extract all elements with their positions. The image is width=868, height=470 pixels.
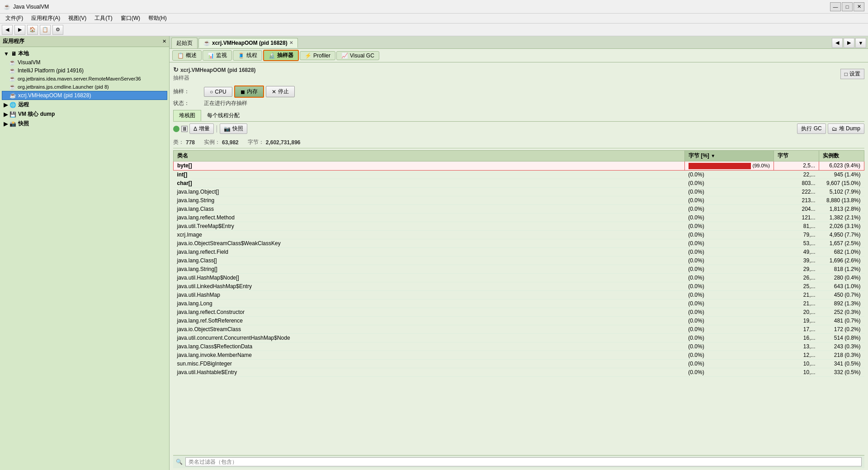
table-row[interactable]: java.lang.ref.SoftReference(0.0%)19,...4… <box>174 316 864 325</box>
data-table[interactable]: 类名 字节 [%] ▼ 字节 实例数 <box>173 150 864 455</box>
menu-view[interactable]: 视图(V) <box>65 14 90 23</box>
table-row[interactable]: java.util.LinkedHashMap$Entry(0.0%)25,..… <box>174 282 864 290</box>
tree-computer-icon: 🖥 <box>11 51 16 57</box>
table-row[interactable]: java.lang.reflect.Method(0.0%)121...1,38… <box>174 213 864 222</box>
table-row[interactable]: java.io.ObjectStreamClass$WeakClassKey(0… <box>174 239 864 247</box>
menu-help[interactable]: 帮助(H) <box>145 14 170 23</box>
sub-tab-heapgraph[interactable]: 堆栈图 <box>173 110 201 121</box>
tree-item-vmheapoom[interactable]: ☕ xcrj.VMHeapOOM (pid 16828) <box>2 91 167 100</box>
tree-section-local[interactable]: ▼ 🖥 本地 <box>2 49 167 58</box>
table-row[interactable]: sun.misc.FDBigInteger(0.0%)10,...341 (0.… <box>174 359 864 368</box>
tree-item-maven[interactable]: ☕ org.jetbrains.idea.maven.server.Remote… <box>2 75 167 83</box>
table-row[interactable]: java.util.concurrent.ConcurrentHashMap$N… <box>174 333 864 342</box>
stop-btn-label: 停止 <box>278 88 289 95</box>
table-row[interactable]: java.lang.Class$ReflectionData(0.0%)13,.… <box>174 342 864 351</box>
tree-section-remote-label: 远程 <box>18 101 29 109</box>
settings-checkbox-icon: □ <box>844 71 848 77</box>
maximize-button[interactable]: □ <box>842 2 853 11</box>
cell-classname: java.util.TreeMap$Entry <box>174 222 685 230</box>
filter-input[interactable] <box>185 457 862 466</box>
table-row[interactable]: java.lang.Class(0.0%)204...1,813 (2.8%) <box>174 204 864 213</box>
nav-tab-profiler[interactable]: ⚡ Profiler <box>300 51 335 60</box>
toolbar-btn-4[interactable]: 📋 <box>40 25 51 35</box>
tree-section-vmdump-label: VM 核心 dump <box>18 110 55 118</box>
tree-item-visualvm[interactable]: ☕ VisualVM <box>2 58 167 66</box>
nav-tab-visualgc[interactable]: 📈 Visual GC <box>336 51 379 60</box>
menu-window[interactable]: 窗口(W) <box>117 14 144 23</box>
tree-item-label: org.jetbrains.jps.cmdline.Launcher (pid … <box>18 84 109 90</box>
col-header-bytes-pct[interactable]: 字节 [%] ▼ <box>684 151 774 161</box>
cell-instances: 481 (0.7%) <box>819 316 864 325</box>
table-row[interactable]: byte[] (99.0%)2,5...6,023 (9.4%) <box>174 161 864 171</box>
snapshot-button[interactable]: 📷 快照 <box>220 123 247 134</box>
tree-section-remote[interactable]: ▶ 🌐 远程 <box>2 100 167 109</box>
col-header-classname[interactable]: 类名 <box>174 151 685 161</box>
tree-section-snapshot[interactable]: ▶ 📸 快照 <box>2 119 167 128</box>
cell-bytes-pct: (0.0%) <box>684 333 774 342</box>
toolbar-btn-2[interactable]: ▶ <box>14 25 25 35</box>
col-header-bytes[interactable]: 字节 <box>774 151 819 161</box>
tree-section-vmdump[interactable]: ▶ 💾 VM 核心 dump <box>2 109 167 119</box>
memory-button[interactable]: ◼ 内存 <box>234 85 264 98</box>
gc-button[interactable]: 执行 GC <box>797 123 826 134</box>
nav-tab-monitor[interactable]: 📊 监视 <box>203 50 232 61</box>
toolbar-btn-5[interactable]: ⚙ <box>52 25 63 35</box>
heapdump-button[interactable]: 🗂 堆 Dump <box>828 123 864 134</box>
tree-snapshot-icon: 📸 <box>9 121 16 127</box>
menu-file[interactable]: 文件(F) <box>2 14 27 23</box>
delta-button[interactable]: Δ 增量 <box>189 123 214 134</box>
tree-item-launcher[interactable]: ☕ org.jetbrains.jps.cmdline.Launcher (pi… <box>2 83 167 91</box>
table-row[interactable]: int[](0.0%)22,...945 (1.4%) <box>174 170 864 179</box>
table-row[interactable]: java.util.HashMap$Node[](0.0%)26,...280 … <box>174 273 864 282</box>
cpu-button[interactable]: ○ CPU <box>204 87 232 97</box>
tab-bar: 起始页 ☕ xcrj.VMHeapOOM (pid 16828) ✕ ◀ ▶ ▼ <box>170 36 868 49</box>
bytes-value: 2,602,731,896 <box>266 139 301 146</box>
menu-app[interactable]: 应用程序(A) <box>28 14 64 23</box>
table-row[interactable]: java.lang.Class[](0.0%)39,...1,696 (2.6%… <box>174 256 864 265</box>
mem-btn-icon: ◼ <box>241 89 245 95</box>
minimize-button[interactable]: — <box>830 2 841 11</box>
nav-tab-sampler[interactable]: 🔬 抽样器 <box>263 50 299 61</box>
settings-button[interactable]: □ 设置 <box>840 69 864 79</box>
table-row[interactable]: java.lang.String[](0.0%)29,...818 (1.2%) <box>174 265 864 273</box>
toolbar-btn-3[interactable]: 🏠 <box>27 25 38 35</box>
table-row[interactable]: java.util.HashMap(0.0%)21,...450 (0.7%) <box>174 290 864 299</box>
close-button[interactable]: ✕ <box>854 2 864 11</box>
tab-nav-menu[interactable]: ▼ <box>855 38 866 48</box>
table-row[interactable]: java.lang.reflect.Field(0.0%)49,...682 (… <box>174 247 864 256</box>
tab-nav-prev[interactable]: ◀ <box>832 38 843 48</box>
menu-bar: 文件(F) 应用程序(A) 视图(V) 工具(T) 窗口(W) 帮助(H) <box>0 14 868 24</box>
toolbar-btn-1[interactable]: ◀ <box>2 25 13 35</box>
tree-item-intellij[interactable]: ☕ IntelliJ Platform (pid 14916) <box>2 66 167 75</box>
cell-instances: 280 (0.4%) <box>819 273 864 282</box>
tab-startpage[interactable]: 起始页 <box>171 38 198 48</box>
table-row[interactable]: java.lang.Long(0.0%)21,...892 (1.3%) <box>174 299 864 308</box>
delta-icon: Δ <box>193 126 197 132</box>
col-header-instances[interactable]: 实例数 <box>819 151 864 161</box>
left-panel-close-button[interactable]: ✕ <box>162 38 166 44</box>
table-row[interactable]: char[](0.0%)803...9,607 (15.0%) <box>174 179 864 187</box>
nav-tab-threads[interactable]: 🧵 线程 <box>233 50 262 61</box>
table-row[interactable]: java.util.Hashtable$Entry(0.0%)10,...332… <box>174 368 864 376</box>
table-row[interactable]: java.lang.String(0.0%)213...8,880 (13.8%… <box>174 196 864 204</box>
cell-classname: java.util.HashMap <box>174 290 685 299</box>
nav-tab-monitor-icon: 📊 <box>208 52 214 59</box>
status-row: 状态： 正在进行内存抽样 <box>173 100 864 107</box>
cell-instances: 450 (0.7%) <box>819 290 864 299</box>
table-row[interactable]: java.io.ObjectStreamClass(0.0%)17,...172… <box>174 325 864 333</box>
cell-instances: 341 (0.5%) <box>819 359 864 368</box>
table-row[interactable]: java.lang.Object[](0.0%)222...5,102 (7.9… <box>174 187 864 196</box>
table-row[interactable]: java.lang.invoke.MemberName(0.0%)12,...2… <box>174 351 864 359</box>
cell-bytes-pct: (0.0%) <box>684 299 774 308</box>
cell-instances: 4,950 (7.7%) <box>819 230 864 239</box>
table-row[interactable]: xcrj.Image(0.0%)79,...4,950 (7.7%) <box>174 230 864 239</box>
sub-tab-perthread[interactable]: 每个线程分配 <box>201 110 245 121</box>
tab-close-button[interactable]: ✕ <box>289 40 293 45</box>
table-row[interactable]: java.lang.reflect.Constructor(0.0%)20,..… <box>174 308 864 316</box>
table-row[interactable]: java.util.TreeMap$Entry(0.0%)81,...2,026… <box>174 222 864 230</box>
nav-tab-overview[interactable]: 📋 概述 <box>172 50 202 61</box>
tab-nav-next[interactable]: ▶ <box>844 38 854 48</box>
stop-button[interactable]: ✕ 停止 <box>266 86 295 97</box>
tab-vmheapoom[interactable]: ☕ xcrj.VMHeapOOM (pid 16828) ✕ <box>198 38 298 48</box>
menu-tools[interactable]: 工具(T) <box>91 14 116 23</box>
